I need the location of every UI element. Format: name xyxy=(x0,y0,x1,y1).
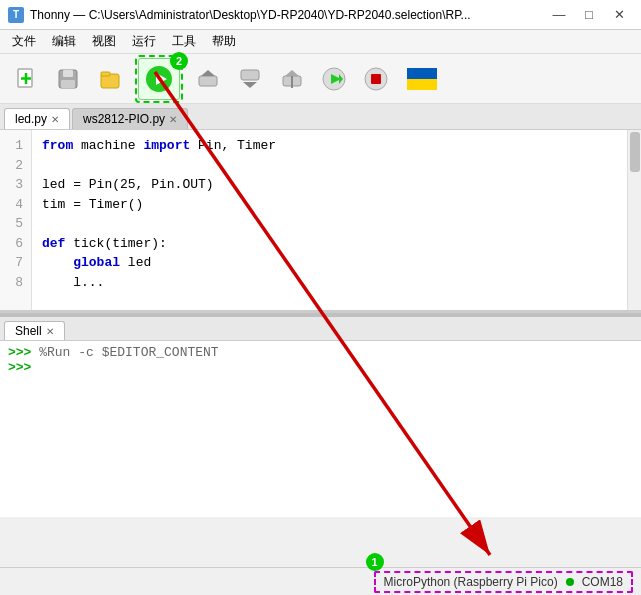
line-numbers: 1 2 3 4 5 6 7 8 xyxy=(0,130,32,310)
editor-scrollbar-thumb[interactable] xyxy=(630,132,640,172)
editor-section: 1 2 3 4 5 6 7 8 from machine import Pin,… xyxy=(0,130,641,317)
load-button[interactable] xyxy=(90,59,130,99)
editor-shell-separator[interactable] xyxy=(0,313,641,317)
shell-command-1: %Run -c $EDITOR_CONTENT xyxy=(39,345,218,360)
status-device: MicroPython (Raspberry Pi Pico) xyxy=(384,575,558,589)
menu-tools[interactable]: 工具 xyxy=(164,31,204,52)
step-out-icon xyxy=(279,66,305,92)
svg-marker-13 xyxy=(243,82,257,88)
save-icon xyxy=(55,66,81,92)
app-icon: T xyxy=(8,7,24,23)
status-device-info: 1 MicroPython (Raspberry Pi Pico) COM18 xyxy=(374,571,633,593)
status-dot-icon xyxy=(566,578,574,586)
svg-marker-11 xyxy=(201,70,215,76)
step-into-button[interactable] xyxy=(230,59,270,99)
svg-rect-10 xyxy=(199,76,217,86)
maximize-button[interactable]: □ xyxy=(575,4,603,26)
shell-prompt-2: >>> xyxy=(8,360,31,375)
menu-view[interactable]: 视图 xyxy=(84,31,124,52)
menu-file[interactable]: 文件 xyxy=(4,31,44,52)
new-file-icon xyxy=(13,66,39,92)
flag-button[interactable] xyxy=(402,59,442,99)
play-icon xyxy=(144,64,174,94)
step-out-button[interactable] xyxy=(272,59,312,99)
svg-rect-21 xyxy=(371,74,381,84)
shell-content[interactable]: >>> %Run -c $EDITOR_CONTENT >>> xyxy=(0,341,641,517)
resume-button[interactable] xyxy=(314,59,354,99)
svg-rect-22 xyxy=(407,68,437,79)
code-editor[interactable]: 1 2 3 4 5 6 7 8 from machine import Pin,… xyxy=(0,130,641,313)
tab-led-py-close[interactable]: ✕ xyxy=(51,114,59,125)
tab-ws2812-label: ws2812-PIO.py xyxy=(83,112,165,126)
step-over-button[interactable] xyxy=(188,59,228,99)
window-title: Thonny — C:\Users\Administrator\Desktop\… xyxy=(30,8,471,22)
minimize-button[interactable]: — xyxy=(545,4,573,26)
resume-icon xyxy=(321,66,347,92)
editor-tab-bar: led.py ✕ ws2812-PIO.py ✕ xyxy=(0,104,641,130)
status-badge: 1 xyxy=(366,553,384,571)
svg-rect-23 xyxy=(407,79,437,90)
tab-ws2812[interactable]: ws2812-PIO.py ✕ xyxy=(72,108,188,129)
save-button[interactable] xyxy=(48,59,88,99)
shell-tab-bar: Shell ✕ xyxy=(0,317,641,341)
svg-marker-15 xyxy=(285,70,299,76)
svg-rect-5 xyxy=(61,80,75,88)
step-into-icon xyxy=(237,66,263,92)
status-port: COM18 xyxy=(582,575,623,589)
window-controls: — □ ✕ xyxy=(545,4,633,26)
title-bar: T Thonny — C:\Users\Administrator\Deskto… xyxy=(0,0,641,30)
svg-rect-12 xyxy=(241,70,259,80)
shell-line-1: >>> %Run -c $EDITOR_CONTENT xyxy=(8,345,633,360)
shell-tab[interactable]: Shell ✕ xyxy=(4,321,65,340)
svg-rect-4 xyxy=(63,70,73,77)
tab-led-py[interactable]: led.py ✕ xyxy=(4,108,70,129)
stop-button[interactable] xyxy=(356,59,396,99)
editor-scrollbar[interactable] xyxy=(627,130,641,310)
menu-help[interactable]: 帮助 xyxy=(204,31,244,52)
svg-rect-7 xyxy=(101,72,110,76)
new-file-button[interactable] xyxy=(6,59,46,99)
menu-edit[interactable]: 编辑 xyxy=(44,31,84,52)
shell-line-2: >>> xyxy=(8,360,633,375)
code-content[interactable]: from machine import Pin, Timer led = Pin… xyxy=(32,130,627,310)
shell-tab-close[interactable]: ✕ xyxy=(46,326,54,337)
menu-bar: 文件 编辑 视图 运行 工具 帮助 xyxy=(0,30,641,54)
shell-tab-label: Shell xyxy=(15,324,42,338)
load-icon xyxy=(97,66,123,92)
shell-panel: Shell ✕ >>> %Run -c $EDITOR_CONTENT >>> xyxy=(0,317,641,517)
menu-run[interactable]: 运行 xyxy=(124,31,164,52)
step-over-icon xyxy=(195,66,221,92)
close-button[interactable]: ✕ xyxy=(605,4,633,26)
stop-icon xyxy=(363,66,389,92)
status-bar: 1 MicroPython (Raspberry Pi Pico) COM18 xyxy=(0,567,641,595)
tab-led-py-label: led.py xyxy=(15,112,47,126)
play-button-wrapper: 2 xyxy=(138,58,180,100)
tab-ws2812-close[interactable]: ✕ xyxy=(169,114,177,125)
toolbar: 2 xyxy=(0,54,641,104)
ukraine-flag-icon xyxy=(407,68,437,90)
play-badge: 2 xyxy=(170,52,188,70)
shell-prompt-1: >>> xyxy=(8,345,31,360)
